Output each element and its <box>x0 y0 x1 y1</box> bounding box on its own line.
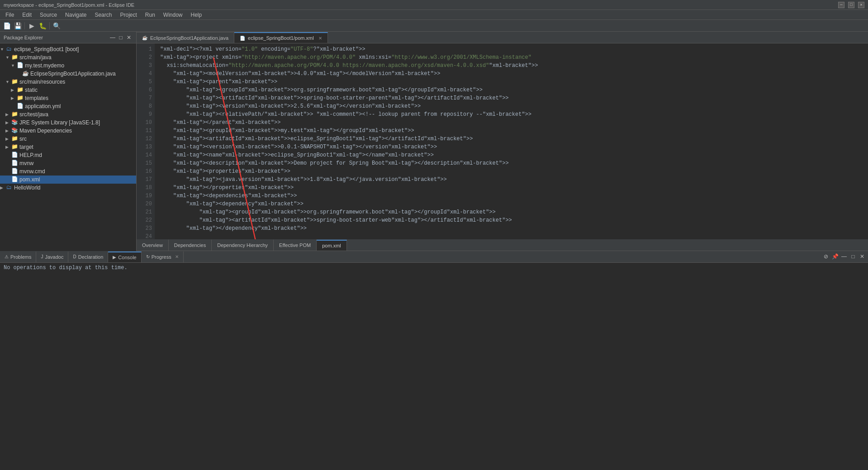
sidebar-maximize-button[interactable]: □ <box>117 34 124 41</box>
line-number-5: 5 <box>137 78 152 86</box>
run-button[interactable]: ▶ <box>27 21 37 31</box>
sidebar-item-src-main-java[interactable]: ▼ 📁 src/main/java <box>0 53 136 62</box>
line-content: "xml-tag"><artifactId <box>158 94 255 102</box>
menu-navigate[interactable]: Navigate <box>62 11 90 19</box>
editor-tab-bar: ☕ EclipseSpringBoot1Application.java 📄 e… <box>137 32 868 43</box>
code-line-18: "xml-tag"></properties"xml-bracket">> <box>158 184 868 192</box>
editor-tab-app-java[interactable]: ☕ EclipseSpringBoot1Application.java <box>137 32 234 43</box>
line-content: "xml-tag"><dependencies <box>158 192 248 200</box>
code-content[interactable]: "xml-decl"><?xml version="1.0" encoding=… <box>155 43 868 239</box>
menu-search[interactable]: Search <box>91 11 115 19</box>
console-tab-label-javadoc: Javadoc <box>45 254 63 260</box>
console-clear-button[interactable]: ⊘ <box>822 252 830 261</box>
sidebar-item-src[interactable]: ▶ 📁 src <box>0 135 136 143</box>
sidebar-item-helloworld[interactable]: ▶ 🗂 HelloWorld <box>0 184 136 192</box>
menu-file[interactable]: File <box>2 11 18 19</box>
sidebar-tree: ▼ 🗂 eclipse_SpringBoot1 [boot] ▼ 📁 src/m… <box>0 43 136 251</box>
console-tab-javadoc[interactable]: J Javadoc <box>36 252 68 262</box>
console-tab-declaration[interactable]: D Declaration <box>68 252 108 262</box>
tree-label: static <box>25 87 38 93</box>
sidebar-item-application-yml[interactable]: 📄 application.yml <box>0 102 136 110</box>
line-number-14: 14 <box>137 151 152 159</box>
tree-label: target <box>19 144 33 150</box>
sidebar-item-pom-xml[interactable]: 📄 pom.xml <box>0 176 136 184</box>
console-close-button[interactable]: ✕ <box>858 252 866 261</box>
sidebar: Package Explorer — □ ✕ ▼ 🗂 eclipse_Sprin… <box>0 32 137 251</box>
sidebar-item-my-test-mydemo[interactable]: ▼ 📄 my.test.mydemo <box>0 62 136 70</box>
console-tab-console[interactable]: ▶ Console <box>108 252 141 262</box>
code-editor[interactable]: 1234567891011121314151617181920212223242… <box>137 43 868 239</box>
console-maximize-button[interactable]: □ <box>849 252 857 261</box>
sidebar-item-eclipsespringboot1app[interactable]: ☕ EclipseSpringBoot1Application.java <box>0 70 136 78</box>
tree-arrow: ▶ <box>5 137 11 141</box>
menu-edit[interactable]: Edit <box>19 11 35 19</box>
sidebar-item-static[interactable]: ▶ 📁 static <box>0 86 136 94</box>
sidebar-item-jre-system-library[interactable]: ▶ 📚 JRE System Library [JavaSE-1.8] <box>0 119 136 127</box>
console-pin-button[interactable]: 📌 <box>831 252 839 261</box>
save-button[interactable]: 💾 <box>13 21 23 31</box>
pom-tab-dependencies[interactable]: Dependencies <box>169 240 212 251</box>
sidebar-controls[interactable]: — □ ✕ <box>109 34 133 41</box>
console-tabs-right[interactable]: ⊘ 📌 — □ ✕ <box>822 252 868 261</box>
line-content: "xml-tag"><artifactId <box>158 216 268 224</box>
line-number-16: 16 <box>137 167 152 176</box>
menu-window[interactable]: Window <box>160 11 186 19</box>
sidebar-item-eclipse_springboot1[interactable]: ▼ 🗂 eclipse_SpringBoot1 [boot] <box>0 45 136 53</box>
console-minimize-button[interactable]: — <box>840 252 848 261</box>
sidebar-item-maven-dependencies[interactable]: ▶ 📚 Maven Dependencies <box>0 127 136 135</box>
line-content: "xml-tag"></dependency <box>158 224 258 233</box>
tree-icon-folder: 📁 <box>16 86 24 94</box>
new-button[interactable]: 📄 <box>2 21 12 31</box>
close-button[interactable]: ✕ <box>858 2 864 8</box>
code-line-15: "xml-tag"><description"xml-bracket">>Dem… <box>158 159 868 167</box>
sidebar-item-help-md[interactable]: 📄 HELP.md <box>0 151 136 159</box>
console-area: ⚠ Problems J Javadoc D Declaration ▶ Con… <box>0 251 868 470</box>
console-tab-close-progress[interactable]: ✕ <box>175 254 179 259</box>
console-tab-progress[interactable]: ↻ Progress ✕ <box>142 252 184 262</box>
sidebar-item-templates[interactable]: ▶ 📁 templates <box>0 94 136 102</box>
sidebar-item-mvnw-cmd[interactable]: 📄 mvnw.cmd <box>0 167 136 176</box>
pom-tab-pom-xml[interactable]: pom.xml <box>317 240 347 251</box>
sidebar-item-src-test-java[interactable]: ▶ 📁 src/test/java <box>0 110 136 119</box>
line-number-20: 20 <box>137 200 152 208</box>
minimize-button[interactable]: ─ <box>838 2 844 8</box>
sidebar-header: Package Explorer — □ ✕ <box>0 32 136 43</box>
menu-project[interactable]: Project <box>116 11 140 19</box>
sidebar-item-mvnw[interactable]: 📄 mvnw <box>0 159 136 167</box>
menu-source[interactable]: Source <box>36 11 61 19</box>
debug-button[interactable]: 🐛 <box>38 21 47 31</box>
code-line-9: "xml-tag"><relativePath/"xml-bracket">> … <box>158 110 868 119</box>
menu-run[interactable]: Run <box>142 11 159 19</box>
console-message: No operations to display at this time. <box>0 263 868 470</box>
tree-icon-file: 📄 <box>11 160 18 167</box>
line-number-19: 19 <box>137 192 152 200</box>
pom-tab-effective-pom[interactable]: Effective POM <box>274 240 317 251</box>
window-controls[interactable]: ─ □ ✕ <box>838 2 864 8</box>
tree-arrow: ▶ <box>5 145 11 149</box>
line-content: "xml-tag"><description <box>158 159 245 167</box>
tree-icon-src: 📁 <box>11 111 18 118</box>
pom-tab-dependency-hierarchy[interactable]: Dependency Hierarchy <box>212 240 274 251</box>
menu-help[interactable]: Help <box>187 11 206 19</box>
tree-arrow: ▼ <box>0 47 5 52</box>
pom-tab-overview[interactable]: Overview <box>137 240 169 251</box>
tree-label: EclipseSpringBoot1Application.java <box>30 71 116 77</box>
content-area: Package Explorer — □ ✕ ▼ 🗂 eclipse_Sprin… <box>0 32 868 251</box>
line-number-4: 4 <box>137 70 152 78</box>
tree-icon-src: 📁 <box>11 78 18 85</box>
sidebar-close-button[interactable]: ✕ <box>125 34 133 41</box>
line-number-24: 24 <box>137 233 152 239</box>
tree-label: HelloWorld <box>14 185 40 191</box>
sidebar-title: Package Explorer <box>4 35 43 40</box>
code-line-2: "xml-tag"><project xmlns="http://maven.a… <box>158 53 868 62</box>
sidebar-item-target[interactable]: ▶ 📁 target <box>0 143 136 151</box>
editor-tab-pom-xml[interactable]: 📄 eclipse_SpringBoot1/pom.xml ✕ <box>234 32 328 43</box>
line-number-3: 3 <box>137 62 152 70</box>
tab-close-button[interactable]: ✕ <box>318 36 322 41</box>
maximize-button[interactable]: □ <box>848 2 854 8</box>
console-tab-problems[interactable]: ⚠ Problems <box>0 252 36 262</box>
sidebar-item-src-main-resources[interactable]: ▼ 📁 src/main/resources <box>0 78 136 86</box>
console-tab-icon-declaration: D <box>73 254 76 259</box>
search-button[interactable]: 🔍 <box>52 21 62 31</box>
sidebar-minimize-button[interactable]: — <box>109 34 116 41</box>
